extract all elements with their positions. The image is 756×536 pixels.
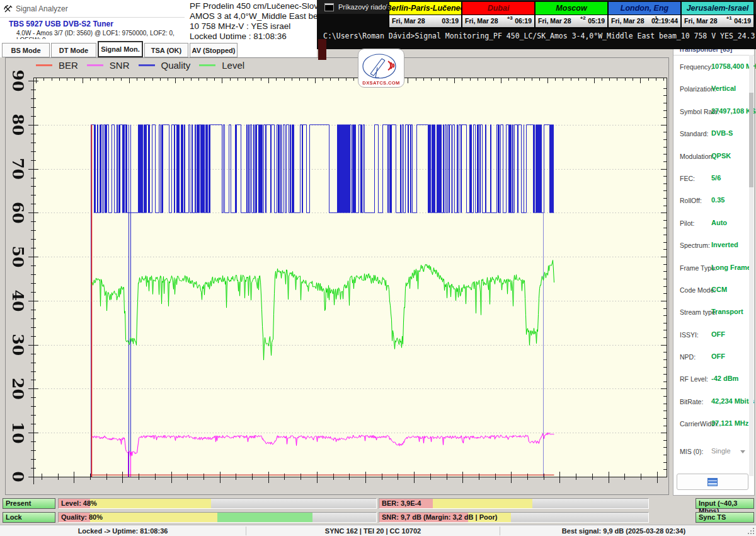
command-prompt-text[interactable]: C:\Users\Roman Dávid>Signal Monitoring_P… [323,32,756,40]
list-icon [707,478,718,486]
resize-grip-icon[interactable] [747,527,755,535]
app-title: Signal Analyzer [16,4,68,13]
transponder-row-mis-0-: MIS (0):Single [673,442,754,464]
transponder-row-pilot-: Pilot:Auto [673,214,754,236]
bar-level-label: Level: 48% [61,499,97,507]
clock-datetime: Fri, Mar 28-102:19:44 [609,15,680,27]
clock-jerusalem-israel: Jerusalem-IsraelFri, Mar 28+104:19 [681,1,754,28]
transponder-row-spectrum-: Spectrum:Inverted [673,236,754,258]
cmd-window-edge [318,39,326,60]
satellite-dish-icon [4,4,13,13]
transponder-value: QPSK [711,152,731,160]
dxsatcs-logo-text: DXSATCS.COM [362,80,399,86]
clock-date: Fri, Mar 28 [538,17,571,25]
dxsatcs-logo-graphic [360,52,402,80]
transponder-list-button[interactable] [677,474,748,490]
bar-segment [90,499,211,508]
transponder-row-modulation-: Modulation:QPSK [673,147,754,169]
world-clocks-panel: Berlin-Paris-LučenecFri, Mar 2803:19Duba… [389,1,755,28]
transponder-row-npd-: NPD:OFF [673,347,754,370]
transponder-row-frame-type-: Frame Type:Long Frame [673,259,754,281]
panel-scrollbar[interactable] [749,55,753,476]
tab-tsa-ok-[interactable]: TSA (OK) [144,43,188,57]
transponder-value: Vertical [711,84,736,92]
transponder-row-standard-: Standard:DVB-S [673,124,754,146]
clock-moscow: MoscowFri, Mar 28+205:19 [535,1,608,28]
transponder-label: RollOff: [680,197,702,204]
clock-london-eng: London, EngFri, Mar 28-102:19:44 [608,1,681,28]
clock-time: 05:19 [588,17,605,25]
present-badge: Present [3,498,55,509]
clock-datetime: Fri, Mar 28+306:19 [462,15,534,27]
tab-bs-mode[interactable]: BS Mode [2,43,50,57]
transponder-label: ISSYI: [680,331,699,339]
ber-progressbar: BER: 3,9E-4 [379,498,649,509]
transponder-label: BitRate: [680,398,703,405]
bar-snr-label: SNR: 9,7 dB (Margin: 3,2 dB | Poor) [382,513,497,521]
statusbar-lock-uptime: Locked -> Uptime: 81:08:36 [0,525,246,536]
transponder-label: FEC: [680,175,695,182]
transponder-row-symbol-rate-: Symbol Rate:27497,108 KS/s [673,102,754,124]
transponder-value: Long Frame [711,264,751,271]
bar-segment [217,513,312,522]
transponder-value: OFF [711,352,725,360]
clock-datetime: Fri, Mar 28+104:19 [682,15,753,27]
transponder-value: Auto [711,219,727,226]
signal-chart-panel: BERSNRQualityLevel [5,57,669,495]
transponder-value: -42 dBm [711,375,738,382]
tab-dt-mode[interactable]: DT Mode [51,43,96,57]
tab-signal-mon-[interactable]: Signal Mon. [98,41,143,57]
sync-ts-badge: Sync TS [696,512,754,523]
statusbar-best-signal: Best signal: 9,9 dB (2025-03-28 02:34) [500,525,747,536]
app-titlebar: Signal Analyzer [0,0,185,18]
transponder-row-fec-: FEC:5/6 [673,169,754,191]
transponder-label: Pilot: [680,219,694,227]
snr-progressbar: SNR: 9,7 dB (Margin: 3,2 dB | Poor) [379,512,649,523]
transponder-row-code-mode-: Code Mode:CCM [673,281,754,303]
transponder-label: NPD: [680,353,696,361]
panel-scrollbar-thumb[interactable] [749,93,753,187]
signal-history-chart[interactable] [6,58,668,494]
command-prompt-title: Príkazový riadok [338,3,389,11]
clock-utc-offset: +2 [580,15,586,21]
transponder-value: CCM [711,286,727,293]
clock-city: Dubai [462,2,534,15]
transponder-row-frequency-: Frequency:10758,400 MHz [673,57,754,79]
signal-analyzer-window: Signal Analyzer TBS 5927 USB DVB-S2 Tune… [0,0,756,536]
transponder-row-rolloff-: RollOff:0.35 [673,191,754,213]
transponder-label: MIS (0): [680,448,703,455]
transponder-value: 0.35 [711,196,724,204]
transponder-value: OFF [711,330,725,338]
dxsatcs-logo: DXSATCS.COM [358,49,404,88]
transponder-row-issyi-: ISSYI:OFF [673,325,754,347]
clock-time: 06:19 [515,17,532,25]
clock-dubai: DubaiFri, Mar 28+306:19 [462,1,535,28]
site-info-line: AMOS 3 at 4,0°W_Middle East beam [190,11,317,21]
transponder-rows: Frequency:10758,400 MHzPolarization:Vert… [673,57,754,464]
quality-progressbar: Quality: 80% [58,512,377,523]
mode-tab-bar: BS ModeDT ModeSignal Mon.TSA (OK)AV (Sto… [0,39,317,57]
transponder-label: Standard: [680,130,709,137]
clock-time: 04:19 [734,17,751,25]
transponder-label: Code Mode: [680,286,716,294]
level-progressbar: Level: 48% [58,498,377,509]
transponder-label: Frequency: [680,63,713,71]
transponder-value: 37,121 MHz [711,419,748,427]
site-info-block: PF Prodelin 450 cm/Lučenec-SlovakiaAMOS … [185,0,317,42]
transponder-value: DVB-S [711,129,733,137]
tab-av-stopped-[interactable]: AV (Stopped) [190,43,238,57]
bar-segment [90,513,217,522]
clock-date: Fri, Mar 28 [611,17,644,25]
transponder-value[interactable]: Single [711,447,731,455]
transponder-value: 5/6 [711,174,721,182]
clock-city: Berlin-Paris-Lučenec [389,2,461,15]
tuner-name: TBS 5927 USB DVB-S2 Tuner [9,20,113,28]
clock-datetime: Fri, Mar 2803:19 [389,15,461,27]
clock-city: Moscow [536,2,607,15]
app-header: Signal Analyzer TBS 5927 USB DVB-S2 Tune… [0,0,185,39]
transponder-value: Inverted [711,241,738,248]
transponder-row-bitrate-: BitRate:42,234 Mbit/s [673,392,754,414]
chevron-down-icon[interactable] [740,450,745,453]
console-icon [324,3,334,11]
clock-city: Jerusalem-Israel [682,2,753,15]
